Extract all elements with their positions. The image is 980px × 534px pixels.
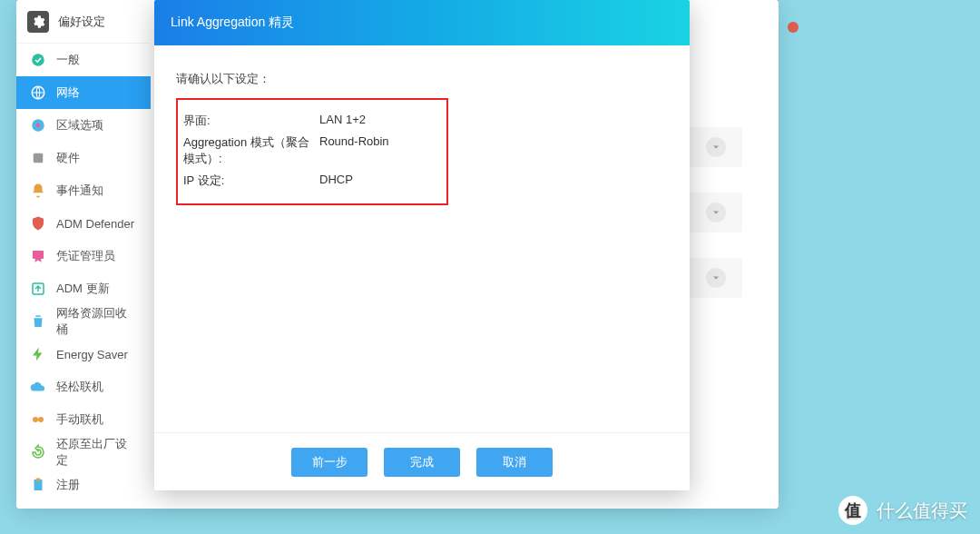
prev-button[interactable]: 前一步 xyxy=(291,448,368,477)
wizard-footer: 前一步 完成 取消 xyxy=(154,432,690,490)
cloud-icon xyxy=(29,378,47,396)
summary-row-interface: 界面: LAN 1+2 xyxy=(183,113,441,129)
ip-value: DHCP xyxy=(319,173,353,189)
update-icon xyxy=(29,280,47,298)
sidebar-item-notifications[interactable]: 事件通知 xyxy=(16,174,151,207)
svg-point-3 xyxy=(36,124,41,128)
sidebar-item-general[interactable]: 一般 xyxy=(16,44,151,76)
sidebar-item-label: 一般 xyxy=(56,52,80,68)
watermark-text: 什么值得买 xyxy=(877,499,967,523)
network-icon xyxy=(29,84,47,102)
sidebar-item-label: ADM Defender xyxy=(56,217,134,231)
sidebar-item-recycle[interactable]: 网络资源回收桶 xyxy=(16,305,151,338)
sidebar-item-label: ADM 更新 xyxy=(56,281,110,297)
sidebar-item-label: 事件通知 xyxy=(56,183,103,199)
sidebar-item-label: 轻松联机 xyxy=(56,379,103,395)
interface-label: 界面: xyxy=(183,113,319,129)
svg-point-8 xyxy=(38,417,44,422)
preferences-header: 偏好设定 xyxy=(16,0,151,44)
mode-value: Round-Robin xyxy=(319,134,389,167)
summary-row-ip: IP 设定: DHCP xyxy=(183,173,441,189)
sidebar-item-label: 网络 xyxy=(56,84,80,101)
sidebar-item-energy[interactable]: Energy Saver xyxy=(16,338,151,371)
sidebar-item-easyconnect[interactable]: 轻松联机 xyxy=(16,371,151,403)
confirm-prompt: 请确认以下设定： xyxy=(176,71,668,87)
cancel-button[interactable]: 取消 xyxy=(476,448,553,477)
sidebar-item-update[interactable]: ADM 更新 xyxy=(16,272,151,305)
sidebar-item-label: 区域选项 xyxy=(56,117,103,134)
general-icon xyxy=(29,51,47,69)
bolt-icon xyxy=(29,345,47,363)
certificate-icon xyxy=(29,247,47,265)
watermark: 值 什么值得买 xyxy=(838,496,967,525)
sidebar-item-label: 还原至出厂设定 xyxy=(56,436,138,469)
svg-point-0 xyxy=(32,54,44,66)
wizard-body: 请确认以下设定： 界面: LAN 1+2 Aggregation 模式（聚合模式… xyxy=(154,45,690,432)
sidebar-item-manualconnect[interactable]: 手动联机 xyxy=(16,403,151,436)
sidebar-item-label: 凭证管理员 xyxy=(56,248,115,264)
locale-icon xyxy=(29,116,47,134)
mode-label: Aggregation 模式（聚合模式）: xyxy=(183,134,319,167)
sidebar-item-locale[interactable]: 区域选项 xyxy=(16,109,151,142)
clipboard-icon xyxy=(29,476,47,494)
sidebar-item-register[interactable]: 注册 xyxy=(16,469,151,501)
svg-rect-10 xyxy=(36,479,41,481)
sidebar: 偏好设定 一般 网络 区域选项 硬件 事件通知 ADM Defender 凭 xyxy=(16,0,151,509)
done-button[interactable]: 完成 xyxy=(384,448,460,477)
settings-summary-box: 界面: LAN 1+2 Aggregation 模式（聚合模式）: Round-… xyxy=(176,98,448,205)
sidebar-item-defender[interactable]: ADM Defender xyxy=(16,207,151,240)
sidebar-item-hardware[interactable]: 硬件 xyxy=(16,142,151,174)
sidebar-item-label: 注册 xyxy=(56,477,80,493)
summary-row-mode: Aggregation 模式（聚合模式）: Round-Robin xyxy=(183,134,441,167)
chevron-down-icon xyxy=(706,268,726,288)
sidebar-item-factoryreset[interactable]: 还原至出厂设定 xyxy=(16,436,151,469)
bell-icon xyxy=(29,182,47,200)
wizard-title: Link Aggregation 精灵 xyxy=(171,15,294,31)
hardware-icon xyxy=(29,149,47,167)
svg-rect-9 xyxy=(34,480,43,490)
gear-icon xyxy=(27,11,49,33)
link-aggregation-wizard: Link Aggregation 精灵 请确认以下设定： 界面: LAN 1+2… xyxy=(154,0,690,490)
sidebar-item-label: Energy Saver xyxy=(56,348,128,361)
sidebar-item-cert[interactable]: 凭证管理员 xyxy=(16,240,151,272)
preferences-title: 偏好设定 xyxy=(58,14,105,30)
reset-icon xyxy=(29,443,47,461)
chevron-down-icon xyxy=(706,203,726,222)
interface-value: LAN 1+2 xyxy=(319,113,366,129)
sidebar-item-label: 硬件 xyxy=(56,150,80,166)
close-dot[interactable] xyxy=(788,22,799,33)
wizard-title-bar: Link Aggregation 精灵 xyxy=(154,0,690,45)
svg-point-7 xyxy=(33,417,38,422)
ip-label: IP 设定: xyxy=(183,173,319,189)
shield-icon xyxy=(29,214,47,232)
watermark-badge: 值 xyxy=(838,496,867,525)
sidebar-item-label: 手动联机 xyxy=(56,411,103,428)
svg-rect-5 xyxy=(33,251,44,259)
trash-icon xyxy=(29,312,47,331)
sidebar-item-label: 网络资源回收桶 xyxy=(56,305,138,338)
link-icon xyxy=(29,410,47,429)
sidebar-item-network[interactable]: 网络 xyxy=(16,76,151,109)
chevron-down-icon xyxy=(706,137,726,157)
svg-rect-4 xyxy=(34,153,44,163)
